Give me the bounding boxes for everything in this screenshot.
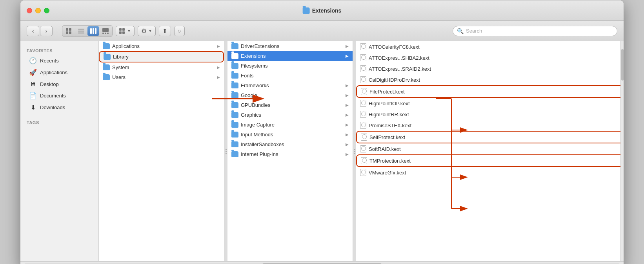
- list-item[interactable]: HighPointIOP.kext: [356, 98, 624, 109]
- list-item[interactable]: System ▶: [99, 62, 224, 72]
- sidebar-item-desktop[interactable]: 🖥 Desktop: [23, 79, 96, 90]
- kext-icon: [360, 122, 366, 129]
- kext-icon: [361, 134, 367, 141]
- favorites-label: Favorites: [20, 46, 98, 55]
- search-box[interactable]: 🔍 Search: [453, 26, 617, 36]
- kext-icon: [361, 157, 367, 164]
- resize-handle-2[interactable]: [353, 41, 356, 261]
- svg-rect-3: [69, 31, 71, 34]
- documents-icon: 📄: [29, 92, 37, 99]
- svg-rect-15: [122, 28, 125, 31]
- sidebar-item-recents[interactable]: 🕐 Recents: [23, 55, 96, 66]
- folder-icon: [231, 102, 238, 108]
- folder-icon: [104, 54, 111, 60]
- search-placeholder: Search: [466, 28, 482, 34]
- folder-icon: [103, 74, 110, 80]
- kext-icon: [360, 43, 366, 50]
- folder-icon: [231, 151, 238, 157]
- folder-icon: [231, 73, 238, 79]
- list-item[interactable]: CalDigitHDProDrv.kext: [356, 74, 624, 85]
- tags-label: Tags: [20, 118, 98, 126]
- list-item[interactable]: FileProtect.kext: [356, 85, 624, 98]
- minimize-button[interactable]: [35, 8, 41, 13]
- folder-icon: [231, 132, 238, 138]
- list-item[interactable]: Frameworks ▶: [227, 81, 353, 90]
- svg-rect-12: [105, 33, 106, 34]
- folder-icon: [231, 141, 238, 147]
- share-button[interactable]: ⬆: [159, 26, 171, 36]
- list-item[interactable]: SelfProtect.kext: [356, 131, 624, 143]
- list-item[interactable]: SoftRAID.kext: [356, 143, 624, 154]
- list-item[interactable]: HighPointRR.kext: [356, 109, 624, 120]
- svg-rect-14: [119, 28, 122, 31]
- applications-icon: 🚀: [29, 69, 37, 76]
- list-item[interactable]: DriverExtensions ▶: [227, 41, 353, 51]
- list-item[interactable]: GPUBundles ▶: [227, 100, 353, 110]
- list-item[interactable]: Internet Plug-Ins ▶: [227, 149, 353, 159]
- group-button[interactable]: ▼: [116, 26, 135, 36]
- folder-icon: [103, 43, 110, 49]
- forward-button[interactable]: ›: [40, 26, 53, 36]
- folder-icon: [231, 112, 238, 118]
- column-view-button[interactable]: [87, 26, 99, 36]
- list-item[interactable]: Applications ▶: [99, 41, 224, 51]
- tag-button[interactable]: ○: [174, 26, 185, 36]
- list-item[interactable]: Filesystems: [227, 61, 353, 71]
- sidebar-item-applications[interactable]: 🚀 Applications: [23, 67, 96, 78]
- list-item[interactable]: Library: [99, 51, 224, 62]
- list-item[interactable]: TMProtection.kext: [356, 154, 624, 167]
- list-item[interactable]: Fonts: [227, 71, 353, 81]
- sidebar-item-label: Downloads: [40, 104, 65, 110]
- resize-handle-1[interactable]: [224, 41, 227, 261]
- sidebar: Favorites 🕐 Recents 🚀 Applications 🖥 Des…: [20, 41, 99, 261]
- kext-icon: [361, 88, 367, 95]
- svg-rect-9: [95, 28, 96, 34]
- folder-icon: [231, 53, 238, 59]
- recents-icon: 🕐: [29, 57, 37, 64]
- desktop-icon: 🖥: [29, 81, 37, 88]
- svg-rect-0: [66, 28, 68, 31]
- svg-rect-1: [69, 28, 71, 31]
- list-item[interactable]: Input Methods ▶: [227, 130, 353, 139]
- column-1: Applications ▶ Library System ▶ Use: [99, 41, 224, 261]
- sidebar-item-downloads[interactable]: ⬇ Downloads: [23, 102, 96, 113]
- icon-view-button[interactable]: [63, 26, 75, 36]
- gallery-view-button[interactable]: [100, 26, 111, 36]
- list-item[interactable]: Users ▶: [99, 72, 224, 82]
- toolbar: ‹ ›: [20, 21, 624, 41]
- nav-buttons: ‹ ›: [27, 26, 53, 36]
- list-item[interactable]: InstallerSandboxes ▶: [227, 139, 353, 149]
- svg-rect-8: [93, 28, 94, 34]
- svg-rect-10: [102, 28, 109, 32]
- back-button[interactable]: ‹: [27, 26, 39, 36]
- sidebar-item-label: Recents: [40, 58, 59, 64]
- list-item[interactable]: PromiseSTEX.kext: [356, 120, 624, 131]
- sidebar-item-documents[interactable]: 📄 Documents: [23, 90, 96, 101]
- svg-rect-13: [107, 33, 109, 34]
- bottom-scrollbar[interactable]: [20, 261, 624, 264]
- list-item[interactable]: Google ▶: [227, 90, 353, 100]
- action-button[interactable]: ⚙ ▼: [138, 26, 156, 36]
- main-content: Favorites 🕐 Recents 🚀 Applications 🖥 Des…: [20, 41, 624, 261]
- downloads-icon: ⬇: [29, 104, 37, 111]
- list-item[interactable]: ATTOExpres...SRAID2.kext: [356, 63, 624, 74]
- list-item[interactable]: Image Capture ▶: [227, 120, 353, 130]
- svg-rect-11: [102, 33, 104, 34]
- finder-window: Extensions ‹ ›: [20, 0, 624, 264]
- list-item[interactable]: ATTOCelerityFC8.kext: [356, 41, 624, 52]
- list-view-button[interactable]: [75, 26, 87, 36]
- list-item[interactable]: Graphics ▶: [227, 110, 353, 120]
- list-item[interactable]: Extensions ▶: [227, 51, 353, 61]
- close-button[interactable]: [27, 8, 32, 13]
- folder-icon: [231, 92, 238, 98]
- titlebar: Extensions: [20, 0, 624, 21]
- search-icon: 🔍: [457, 28, 464, 34]
- list-item[interactable]: VMwareGfx.kext: [356, 167, 624, 178]
- list-item[interactable]: ATTOExpres...SHBA2.kext: [356, 52, 624, 63]
- svg-rect-7: [90, 28, 92, 34]
- column-3: ATTOCelerityFC8.kext ATTOExpres...SHBA2.…: [356, 41, 624, 261]
- folder-icon: [231, 122, 238, 128]
- kext-icon: [360, 65, 366, 72]
- maximize-button[interactable]: [44, 8, 49, 13]
- file-columns: Applications ▶ Library System ▶ Use: [99, 41, 624, 261]
